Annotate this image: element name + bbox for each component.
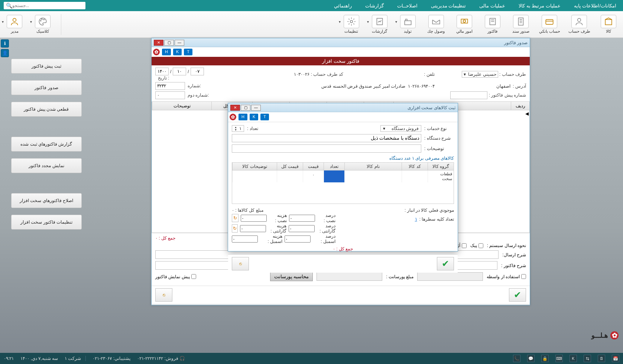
svg-rect-0 bbox=[605, 20, 611, 25]
hgar[interactable] bbox=[240, 225, 266, 232]
ribbon-theme[interactable]: ▾کلاسیک bbox=[31, 13, 54, 35]
menu-item-6[interactable]: راهنمائي bbox=[331, 1, 355, 10]
menu-item-5[interactable]: گزارشات bbox=[362, 1, 387, 10]
ribbon-finance[interactable]: امور مالي bbox=[453, 13, 476, 35]
menu-item-0[interactable]: امکانات/اطلاعات پایه bbox=[571, 1, 619, 10]
modal-hardware-items: ✕ ▢ — ثبت کالاهای سخت افزاری ✿ H K T نوع… bbox=[228, 103, 458, 251]
ribbon-reports[interactable]: ▾گزارشات bbox=[368, 13, 391, 35]
info-icon[interactable]: ℹ bbox=[1, 39, 9, 48]
calc-commission-button[interactable]: محاسبه پورسانت bbox=[270, 272, 313, 281]
ribbon-cheque[interactable]: وصول چك bbox=[425, 13, 448, 35]
qty-spinner[interactable]: ۱▲▼ bbox=[232, 125, 244, 132]
exit-button[interactable]: ⎋ bbox=[155, 288, 172, 302]
sb-ic4[interactable]: K bbox=[570, 355, 577, 362]
close-icon[interactable]: ✕ bbox=[230, 105, 240, 111]
pgar[interactable] bbox=[289, 225, 315, 232]
side-btn-settings[interactable]: تنظیمات فاکتور سخت افزار bbox=[11, 215, 82, 230]
contact-icon[interactable]: 👤 bbox=[1, 49, 9, 57]
pasm[interactable] bbox=[285, 235, 311, 243]
refresh-icon[interactable]: ↻ bbox=[232, 224, 238, 233]
modal-table-body[interactable]: قطعات سخت . bbox=[232, 170, 454, 204]
notes-input[interactable] bbox=[232, 144, 421, 153]
chip-h[interactable]: H bbox=[239, 114, 247, 120]
modal-chip-row: ✿ H K T bbox=[228, 112, 458, 122]
maximize-icon[interactable]: ▢ bbox=[164, 40, 174, 46]
ribbon-bank[interactable]: حساب بانکي bbox=[538, 13, 562, 35]
side-btn-issue[interactable]: صدور فاکتور bbox=[11, 80, 82, 95]
ribbon-party[interactable]: طرف حساب bbox=[567, 13, 592, 35]
ribbon-invoice[interactable]: فاکتور bbox=[481, 13, 504, 35]
date-y[interactable] bbox=[155, 68, 169, 75]
refresh-icon[interactable]: ↻ bbox=[232, 214, 239, 222]
confirm-button[interactable]: ✔ bbox=[509, 288, 526, 302]
svg-point-1 bbox=[578, 18, 581, 22]
chip-h[interactable]: H bbox=[162, 49, 171, 55]
sb-ic8[interactable]: 📞 bbox=[513, 355, 520, 362]
chip-t[interactable]: T bbox=[184, 49, 192, 55]
side-btn-reshow[interactable]: نمایش مجدد فاکتور bbox=[11, 158, 82, 173]
side-btn-report[interactable]: گزارش فاكتورهاي ثبت شده bbox=[11, 137, 82, 152]
sb-ic6[interactable]: 🔒 bbox=[541, 355, 549, 362]
invoice-number[interactable] bbox=[155, 82, 185, 90]
side-btn-preinvoice[interactable]: ثبت پیش فاکتور bbox=[11, 59, 82, 74]
selected-cell[interactable] bbox=[324, 170, 344, 182]
chip-t[interactable]: T bbox=[260, 114, 269, 120]
service-select[interactable]: فروش دستگاه▾ bbox=[380, 125, 421, 132]
sb-date: سه شنبه,۷ دي, ۱۴۰۰ bbox=[20, 356, 58, 361]
brand-chip-icon: ✿ bbox=[153, 49, 160, 55]
exit-icon: ⎋ bbox=[239, 261, 242, 266]
pnasb[interactable] bbox=[289, 215, 315, 222]
caret-icon: ▾ bbox=[2, 20, 4, 24]
sb-calendar-icon[interactable]: 📅 bbox=[612, 355, 619, 362]
modal-titlebar[interactable]: ✕ ▢ — ثبت کالاهای سخت افزاری bbox=[228, 103, 458, 112]
exit-button[interactable]: ⎋ bbox=[232, 257, 249, 270]
preinvoice-number[interactable] bbox=[450, 91, 487, 99]
confirm-button[interactable]: ✔ bbox=[437, 257, 454, 270]
party-select[interactable]: حسيني عليرضا ▾ bbox=[462, 71, 498, 78]
opt-peyk[interactable]: پیک bbox=[470, 243, 483, 248]
ribbon-goods[interactable]: کالا bbox=[597, 13, 620, 35]
ribbon-settings[interactable]: ▾تنظیمات bbox=[340, 13, 363, 35]
menu-item-2[interactable]: عملیات مالی bbox=[476, 1, 508, 10]
broker-name bbox=[417, 272, 483, 281]
hasm[interactable] bbox=[232, 235, 258, 243]
invoice-number2[interactable] bbox=[155, 91, 185, 99]
mdi-titlebar[interactable]: ✕ ▢ — صدور فاکتور bbox=[152, 38, 530, 47]
statusbar: 📅 🗓 ⇆ K ⌨ 🔒 💬 📞 🎧 فروش: ۲۲۲۲۱۱۴۲-۰۲۱ پشت… bbox=[0, 353, 623, 364]
invoice-title: فاکتور سخت افزار bbox=[152, 57, 530, 65]
close-icon[interactable]: ✕ bbox=[154, 40, 163, 46]
minimize-icon[interactable]: — bbox=[251, 105, 261, 111]
menu-item-4[interactable]: اصلاحــات bbox=[394, 1, 421, 10]
sb-ic3[interactable]: ⇆ bbox=[584, 355, 591, 362]
hnasb[interactable] bbox=[241, 215, 267, 222]
brand-dot-icon: ✿ bbox=[610, 331, 619, 339]
date-m[interactable] bbox=[173, 68, 186, 75]
sb-ic5[interactable]: ⌨ bbox=[555, 355, 563, 362]
broker-check[interactable]: استفاده از واسطه bbox=[487, 274, 526, 279]
menu-item-1[interactable]: عملیات مرتبط به کالا bbox=[516, 1, 564, 10]
menu-item-3[interactable]: تنظیمات مدیریتی bbox=[428, 1, 469, 10]
search-box[interactable]: 🔍 bbox=[4, 2, 85, 9]
svg-rect-2 bbox=[546, 20, 554, 25]
maximize-icon[interactable]: ▢ bbox=[241, 105, 250, 111]
preview-check[interactable]: پیش نمایش فاکتور bbox=[155, 274, 196, 279]
date-d[interactable] bbox=[191, 68, 204, 75]
chip-row-top: ✿ H K T bbox=[152, 47, 530, 57]
ribbon-user[interactable]: ▾مدیر bbox=[3, 13, 26, 35]
search-input[interactable] bbox=[12, 3, 83, 9]
sb-ic7[interactable]: 💬 bbox=[527, 355, 535, 362]
side-btn-finalize[interactable]: قطعي شدن پیش فاکتور bbox=[11, 102, 82, 117]
chip-k[interactable]: K bbox=[173, 49, 182, 55]
chip-k[interactable]: K bbox=[250, 114, 258, 120]
modal-title: ثبت کالاهای سخت افزاری bbox=[263, 105, 455, 110]
table-row[interactable]: قطعات سخت . bbox=[232, 170, 454, 182]
minimize-icon[interactable]: — bbox=[175, 40, 184, 46]
device-desc-input[interactable] bbox=[232, 134, 421, 142]
ribbon-production[interactable]: ▾تولید bbox=[396, 13, 419, 35]
ribbon-doc[interactable]: صدور سند bbox=[509, 13, 532, 35]
row-marker-icon: ◀ bbox=[525, 111, 529, 116]
side-btn-fix[interactable]: اصلاح فاكتورهاي سخت افزار bbox=[11, 193, 82, 208]
caret-icon: ▾ bbox=[367, 20, 369, 24]
sb-ic2[interactable]: 🗓 bbox=[598, 355, 605, 362]
brand-chip-icon: ✿ bbox=[230, 114, 236, 120]
